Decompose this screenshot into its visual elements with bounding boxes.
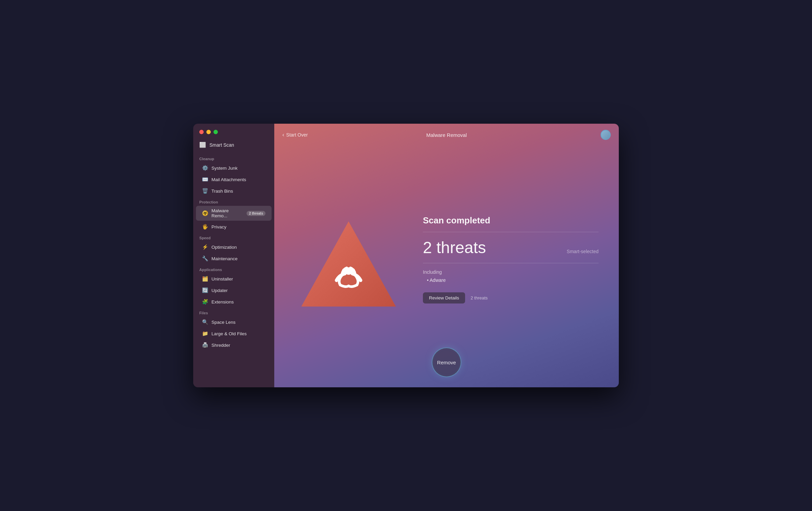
optimization-label: Optimization (211, 245, 265, 250)
space-lens-label: Space Lens (211, 320, 265, 325)
shredder-icon: 🖨️ (202, 342, 208, 348)
including-label: Including (423, 269, 599, 275)
malware-removal-label: Malware Remo... (211, 208, 243, 218)
section-label-speed: Speed (193, 233, 274, 241)
results-panel: Scan completed 2 threats Smart-selected … (423, 215, 599, 317)
section-label-applications: Applications (193, 264, 274, 273)
threats-count: 2 threats (423, 238, 486, 257)
sidebar-item-maintenance[interactable]: 🔧 Maintenance (196, 253, 272, 264)
maintenance-icon: 🔧 (202, 256, 208, 262)
main-header: ‹ Start Over Malware Removal (274, 124, 619, 145)
start-over-label: Start Over (286, 132, 308, 138)
sidebar-item-shredder[interactable]: 🖨️ Shredder (196, 340, 272, 350)
sidebar-item-trash-bins[interactable]: 🗑️ Trash Bins (196, 186, 272, 196)
close-button[interactable] (199, 130, 204, 134)
review-row: Review Details 2 threats (423, 292, 599, 303)
maximize-button[interactable] (213, 130, 218, 134)
minimize-button[interactable] (206, 130, 211, 134)
malware-badge: 2 threats (247, 211, 265, 216)
section-label-files: Files (193, 308, 274, 316)
review-threats-count: 2 threats (471, 295, 488, 300)
sidebar-item-privacy[interactable]: 🖐️ Privacy (196, 221, 272, 232)
trash-icon: 🗑️ (202, 188, 208, 194)
smart-scan-icon: ⬜ (199, 142, 206, 148)
biohazard-icon (298, 215, 399, 317)
main-content: ‹ Start Over Malware Removal (274, 124, 619, 387)
mail-icon: ✉️ (202, 176, 208, 182)
sidebar-item-system-junk[interactable]: ⚙️ System Junk (196, 163, 272, 173)
uninstaller-icon: 🗂️ (202, 276, 208, 282)
updater-icon: 🔄 (202, 287, 208, 293)
smart-selected-label: Smart-selected (567, 249, 599, 254)
sidebar-item-large-old-files[interactable]: 📁 Large & Old Files (196, 328, 272, 339)
privacy-icon: 🖐️ (202, 224, 208, 230)
divider-1 (423, 232, 599, 232)
shredder-label: Shredder (211, 343, 265, 348)
smart-scan-label: Smart Scan (209, 142, 234, 148)
svg-marker-0 (301, 221, 396, 307)
trash-bins-label: Trash Bins (211, 189, 265, 194)
extensions-icon: 🧩 (202, 299, 208, 305)
large-old-files-label: Large & Old Files (211, 331, 265, 336)
biohazard-container (295, 209, 403, 323)
start-over-button[interactable]: ‹ Start Over (282, 132, 308, 138)
avatar[interactable] (601, 130, 611, 140)
optimization-icon: ⚡ (202, 244, 208, 250)
sidebar-item-mail-attachments[interactable]: ✉️ Mail Attachments (196, 174, 272, 185)
sidebar-item-updater[interactable]: 🔄 Updater (196, 285, 272, 296)
mail-attachments-label: Mail Attachments (211, 177, 265, 182)
section-label-protection: Protection (193, 197, 274, 205)
sidebar-item-malware-removal[interactable]: ☣️ Malware Remo... 2 threats (196, 206, 272, 221)
scan-completed-title: Scan completed (423, 215, 599, 226)
section-label-cleanup: Cleanup (193, 153, 274, 162)
system-junk-label: System Junk (211, 166, 265, 171)
remove-button[interactable]: Remove (432, 347, 461, 377)
system-junk-icon: ⚙️ (202, 165, 208, 171)
sidebar-item-uninstaller[interactable]: 🗂️ Uninstaller (196, 273, 272, 284)
extensions-label: Extensions (211, 299, 265, 305)
sidebar-item-extensions[interactable]: 🧩 Extensions (196, 296, 272, 307)
back-arrow-icon: ‹ (282, 132, 284, 138)
app-window: ⬜ Smart Scan Cleanup ⚙️ System Junk ✉️ M… (193, 124, 619, 387)
sidebar-item-smart-scan[interactable]: ⬜ Smart Scan (193, 139, 274, 153)
threat-item-adware: Adware (427, 277, 599, 283)
traffic-lights (193, 124, 274, 139)
remove-btn-container: Remove (432, 347, 461, 377)
sidebar: ⬜ Smart Scan Cleanup ⚙️ System Junk ✉️ M… (193, 124, 274, 387)
sidebar-item-optimization[interactable]: ⚡ Optimization (196, 242, 272, 252)
window-title: Malware Removal (426, 132, 467, 138)
space-lens-icon: 🔍 (202, 319, 208, 325)
threats-row: 2 threats Smart-selected (423, 238, 599, 257)
review-details-button[interactable]: Review Details (423, 292, 465, 303)
sidebar-item-space-lens[interactable]: 🔍 Space Lens (196, 317, 272, 327)
large-files-icon: 📁 (202, 331, 208, 337)
privacy-label: Privacy (211, 224, 265, 229)
uninstaller-label: Uninstaller (211, 276, 265, 282)
malware-icon: ☣️ (202, 210, 208, 216)
maintenance-label: Maintenance (211, 256, 265, 261)
updater-label: Updater (211, 288, 265, 293)
divider-2 (423, 263, 599, 263)
